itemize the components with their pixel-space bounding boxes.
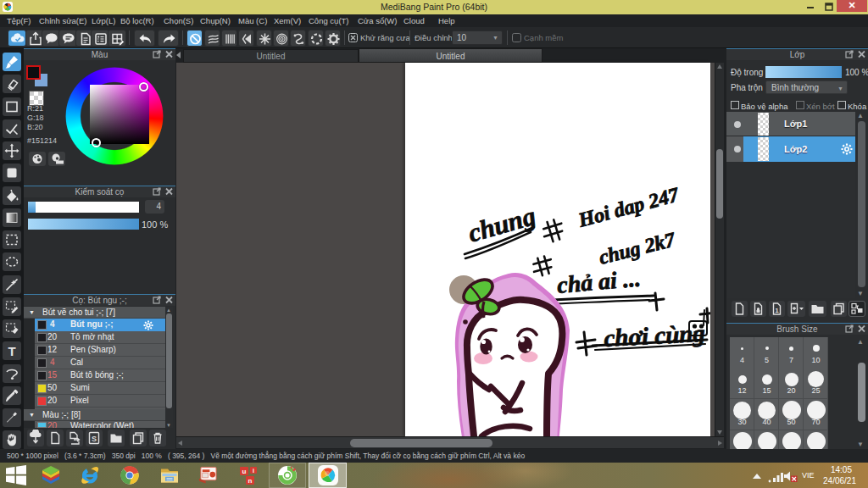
svg-text:u: u [242, 468, 247, 475]
svg-text:1: 1 [775, 307, 779, 314]
svg-text:chug 2k7: chug 2k7 [597, 228, 678, 269]
svg-text:n: n [248, 477, 253, 485]
svg-text:T: T [8, 344, 15, 358]
svg-text:chả ai ...: chả ai ... [556, 264, 642, 297]
svg-text:i: i [253, 468, 254, 474]
svg-text:S: S [92, 435, 97, 443]
svg-text:Hoi dap 247: Hoi dap 247 [576, 183, 682, 231]
